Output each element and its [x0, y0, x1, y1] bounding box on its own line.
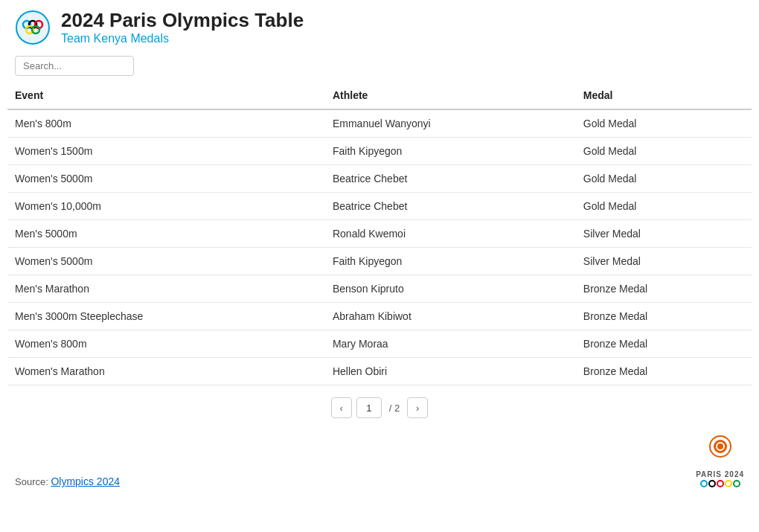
- table-row: Men's MarathonBenson KiprutoBronze Medal: [7, 275, 752, 303]
- page-separator: / 2: [386, 403, 403, 414]
- cell-athlete: Ronald Kwemoi: [325, 220, 576, 248]
- medals-table: Event Athlete Medal Men's 800mEmmanuel W…: [7, 82, 752, 385]
- cell-event: Men's Marathon: [7, 275, 325, 303]
- cell-medal: Gold Medal: [576, 109, 752, 138]
- cell-medal: Gold Medal: [576, 138, 752, 165]
- prev-page-button[interactable]: ‹: [331, 397, 352, 418]
- source-link[interactable]: Olympics 2024: [51, 475, 120, 487]
- cell-medal: Gold Medal: [576, 193, 752, 220]
- col-medal: Medal: [576, 82, 752, 109]
- table-header-row: Event Athlete Medal: [7, 82, 752, 109]
- table-row: Women's 10,000mBeatrice ChebetGold Medal: [7, 193, 752, 220]
- paris-rings: [700, 480, 740, 487]
- cell-medal: Silver Medal: [576, 220, 752, 248]
- cell-athlete: Faith Kipyegon: [325, 138, 576, 165]
- cell-medal: Silver Medal: [576, 248, 752, 275]
- cell-athlete: Mary Moraa: [325, 330, 576, 358]
- page-number-input[interactable]: [356, 397, 382, 418]
- col-event: Event: [7, 82, 325, 109]
- cell-medal: Bronze Medal: [576, 303, 752, 330]
- table-row: Men's 5000mRonald KwemoiSilver Medal: [7, 220, 752, 248]
- cell-medal: Bronze Medal: [576, 330, 752, 358]
- cell-athlete: Faith Kipyegon: [325, 248, 576, 275]
- cell-event: Women's Marathon: [7, 358, 325, 385]
- cell-medal: Gold Medal: [576, 165, 752, 193]
- search-input[interactable]: [15, 56, 134, 76]
- cell-medal: Bronze Medal: [576, 358, 752, 385]
- table-row: Men's 3000m SteeplechaseAbraham KibiwotB…: [7, 303, 752, 330]
- cell-athlete: Hellen Obiri: [325, 358, 576, 385]
- paris-logo-text: PARIS 2024: [696, 470, 744, 478]
- table-row: Women's 1500mFaith KipyegonGold Medal: [7, 138, 752, 165]
- cell-athlete: Benson Kipruto: [325, 275, 576, 303]
- cell-event: Women's 1500m: [7, 138, 325, 165]
- table-row: Women's 800mMary MoraaBronze Medal: [7, 330, 752, 358]
- cell-event: Men's 3000m Steeplechase: [7, 303, 325, 330]
- table-row: Women's MarathonHellen ObiriBronze Medal: [7, 358, 752, 385]
- col-athlete: Athlete: [325, 82, 576, 109]
- search-area: [0, 48, 759, 82]
- footer: Source: Olympics 2024 PARIS 2024: [0, 426, 759, 495]
- cell-event: Women's 5000m: [7, 165, 325, 193]
- source-label: Source:: [15, 476, 51, 487]
- paris-logo: PARIS 2024: [696, 433, 744, 487]
- cell-event: Women's 10,000m: [7, 193, 325, 220]
- cell-event: Men's 5000m: [7, 220, 325, 248]
- svg-point-7: [714, 440, 727, 453]
- app-logo: [15, 10, 51, 45]
- next-page-button[interactable]: ›: [407, 397, 428, 418]
- cell-event: Men's 800m: [7, 109, 325, 138]
- cell-athlete: Beatrice Chebet: [325, 193, 576, 220]
- cell-event: Women's 5000m: [7, 248, 325, 275]
- table-row: Men's 800mEmmanuel WanyonyiGold Medal: [7, 109, 752, 138]
- cell-athlete: Emmanuel Wanyonyi: [325, 109, 576, 138]
- page-title: 2024 Paris Olympics Table: [61, 9, 304, 32]
- pagination: ‹ / 2 ›: [0, 385, 759, 426]
- cell-athlete: Abraham Kibiwot: [325, 303, 576, 330]
- header-text: 2024 Paris Olympics Table Team Kenya Med…: [61, 9, 304, 45]
- cell-medal: Bronze Medal: [576, 275, 752, 303]
- header: 2024 Paris Olympics Table Team Kenya Med…: [0, 0, 759, 48]
- paris-logo-icon: [702, 433, 739, 470]
- table-row: Women's 5000mBeatrice ChebetGold Medal: [7, 165, 752, 193]
- table-container: Event Athlete Medal Men's 800mEmmanuel W…: [0, 82, 759, 385]
- cell-athlete: Beatrice Chebet: [325, 165, 576, 193]
- source-area: Source: Olympics 2024: [15, 475, 120, 487]
- cell-event: Women's 800m: [7, 330, 325, 358]
- subtitle: Team Kenya Medals: [61, 32, 304, 45]
- table-row: Women's 5000mFaith KipyegonSilver Medal: [7, 248, 752, 275]
